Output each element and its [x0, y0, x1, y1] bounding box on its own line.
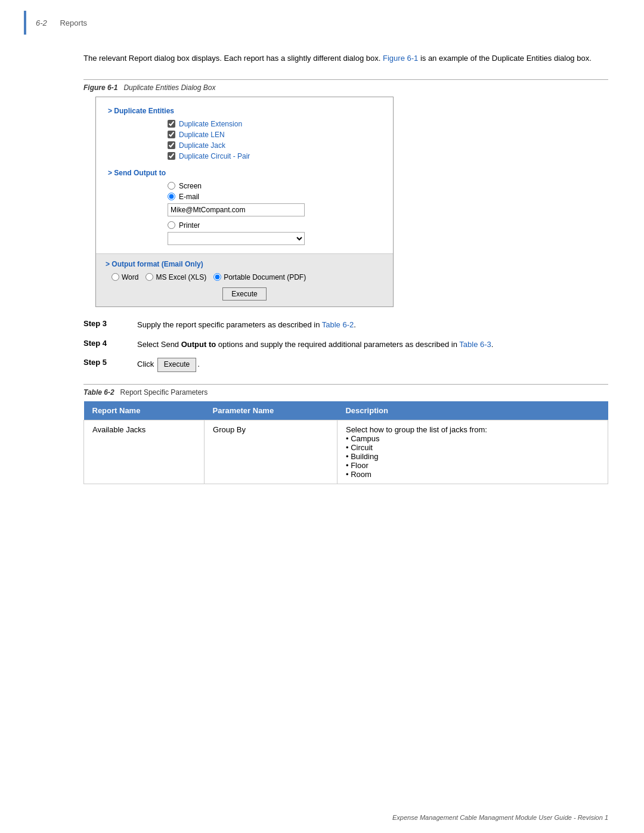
page-container: 6-2 Reports The relevant Report dialog b…: [0, 0, 644, 833]
table-6-3-link[interactable]: Table 6-3: [459, 340, 491, 349]
bullet-floor: Floor: [346, 461, 599, 470]
radio-pdf[interactable]: [213, 273, 221, 281]
checkbox-duplicate-extension[interactable]: [168, 120, 175, 128]
format-excel-label: MS Excel (XLS): [145, 273, 206, 281]
format-radio-row: Word MS Excel (XLS) Portable Document (P…: [112, 273, 383, 281]
radio-email[interactable]: [168, 193, 175, 200]
intro-paragraph: The relevant Report dialog box displays.…: [83, 52, 608, 65]
dialog-box: Duplicate Entities Duplicate Extension D…: [95, 97, 394, 307]
radio-excel[interactable]: [145, 273, 153, 281]
radio-email-label: E-mail: [179, 193, 199, 201]
cell-param-name: Group By: [205, 420, 338, 484]
step-5-content: Click Execute.: [137, 358, 608, 371]
figure-1-label: Figure 6-1 Duplicate Entities Dialog Box: [83, 79, 608, 92]
chapter-number: 6-2: [36, 18, 47, 27]
table-row: Available Jacks Group By Select how to g…: [84, 420, 608, 484]
duplicate-entities-label: Duplicate Entities: [108, 107, 381, 115]
figure-label-title: Duplicate Entities Dialog Box: [120, 83, 216, 92]
bullet-circuit: Circuit: [346, 443, 599, 452]
checkbox-row-len: Duplicate LEN: [168, 131, 381, 139]
header-bar: 6-2 Reports: [0, 0, 644, 41]
radio-printer[interactable]: [168, 221, 175, 229]
bullet-campus: Campus: [346, 434, 599, 443]
data-table: Report Name Parameter Name Description A…: [83, 401, 608, 484]
step-4-label: Step 4: [83, 339, 131, 348]
cell-report-name: Available Jacks: [84, 420, 205, 484]
execute-inline-btn: Execute: [157, 358, 196, 371]
format-pdf-text: Portable Document (PDF): [224, 273, 306, 281]
bullet-room: Room: [346, 470, 599, 479]
radio-row-screen: Screen: [168, 182, 381, 190]
step-3-label: Step 3: [83, 319, 131, 328]
content-area: The relevant Report dialog box displays.…: [0, 41, 644, 496]
footer-text: Expense Management Cable Managment Modul…: [392, 814, 608, 821]
checkbox-row-circuit: Duplicate Circuit - Pair: [168, 152, 381, 160]
printer-select[interactable]: [168, 232, 305, 245]
format-pdf-label: Portable Document (PDF): [213, 273, 306, 281]
format-word-label: Word: [112, 273, 138, 281]
table-2-label: Table 6-2 Report Specific Parameters: [83, 384, 608, 397]
checkbox-jack-label: Duplicate Jack: [179, 141, 225, 150]
format-excel-text: MS Excel (XLS): [156, 273, 206, 281]
col-header-report-name: Report Name: [84, 401, 205, 420]
header-text: 6-2 Reports: [36, 18, 87, 27]
desc-intro: Select how to group the list of jacks fr…: [346, 425, 487, 434]
checkbox-row-jack: Duplicate Jack: [168, 141, 381, 150]
format-word-text: Word: [122, 273, 138, 281]
table-header-row: Report Name Parameter Name Description: [84, 401, 608, 420]
send-output-label: Send Output to: [108, 169, 381, 177]
duplicate-entities-section: Duplicate Entities Duplicate Extension D…: [108, 107, 381, 160]
checkbox-duplicate-circuit[interactable]: [168, 152, 175, 160]
left-border-line: [24, 11, 26, 35]
figure-6-1-link[interactable]: Figure 6-1: [383, 54, 418, 63]
table-body: Available Jacks Group By Select how to g…: [84, 420, 608, 484]
col-header-description: Description: [337, 401, 608, 420]
figure-label-bold: Figure 6-1: [83, 83, 120, 92]
cell-description: Select how to group the list of jacks fr…: [337, 420, 608, 484]
radio-printer-label: Printer: [179, 221, 200, 230]
dialog-footer: Output format (Email Only) Word MS Excel…: [96, 253, 393, 306]
table-2-title: Report Specific Parameters: [116, 388, 208, 397]
step-4-row: Step 4 Select Send Output to options and…: [83, 339, 608, 351]
radio-word[interactable]: [112, 273, 119, 281]
desc-bullets: Campus Circuit Building Floor Room: [346, 434, 599, 479]
email-input[interactable]: [168, 203, 305, 216]
checkbox-duplicate-len[interactable]: [168, 131, 175, 138]
checkbox-extension-label: Duplicate Extension: [179, 120, 242, 128]
step-5-row: Step 5 Click Execute.: [83, 358, 608, 371]
col-header-param-name: Parameter Name: [205, 401, 338, 420]
radio-screen-label: Screen: [179, 182, 202, 190]
bullet-building: Building: [346, 452, 599, 461]
checkbox-len-label: Duplicate LEN: [179, 131, 225, 139]
page-footer: Expense Management Cable Managment Modul…: [392, 814, 608, 821]
section-title: Reports: [60, 18, 87, 27]
step-3-row: Step 3 Supply the report specific parame…: [83, 319, 608, 332]
steps-area: Step 3 Supply the report specific parame…: [83, 319, 608, 372]
radio-screen[interactable]: [168, 182, 175, 190]
radio-row-email: E-mail: [168, 193, 381, 201]
table-2-label-bold: Table 6-2: [83, 388, 116, 397]
send-output-section: Send Output to Screen E-mail Printer: [108, 169, 381, 245]
step-5-label: Step 5: [83, 358, 131, 367]
printer-select-row: [168, 232, 381, 245]
output-format-label: Output format (Email Only): [106, 260, 383, 268]
radio-row-printer: Printer: [168, 221, 381, 230]
intro-text-1: The relevant Report dialog box displays.…: [83, 54, 380, 63]
table-6-2-link[interactable]: Table 6-2: [322, 320, 354, 329]
checkbox-row-extension: Duplicate Extension: [168, 120, 381, 128]
step-3-content: Supply the report specific parameters as…: [137, 319, 608, 332]
execute-button[interactable]: Execute: [222, 287, 266, 301]
step-4-content: Select Send Output to options and supply…: [137, 339, 608, 351]
checkbox-duplicate-jack[interactable]: [168, 141, 175, 149]
table-header: Report Name Parameter Name Description: [84, 401, 608, 420]
execute-btn-row: Execute: [106, 287, 383, 301]
intro-text-2: is an example of the Duplicate Entities …: [420, 54, 592, 63]
checkbox-circuit-label: Duplicate Circuit - Pair: [179, 152, 250, 160]
